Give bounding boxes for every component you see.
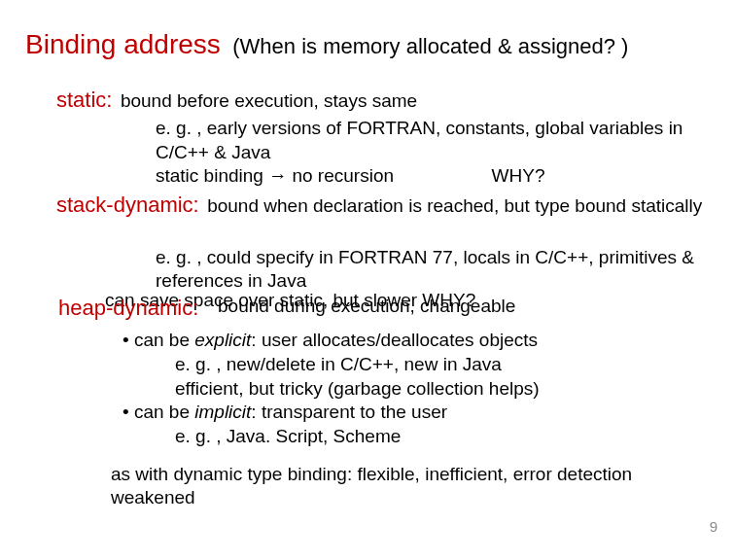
page-number: 9 (710, 518, 718, 535)
title-row: Binding address (When is memory allocate… (25, 29, 710, 60)
stackdyn-head: stack-dynamic: (56, 192, 199, 217)
stackdyn-desc: bound when declaration is reached, but t… (207, 195, 702, 216)
slide-body: Binding address (When is memory allocate… (0, 0, 735, 510)
stackdyn-example: e. g. , could specify in FORTRAN 77, loc… (107, 222, 710, 294)
bullet-explicit: • can be explicit: user allocates/deallo… (122, 329, 710, 353)
heapdyn-bullets: • can be explicit: user allocates/deallo… (122, 329, 710, 448)
bullet-implicit: • can be implicit: transparent to the us… (122, 401, 710, 425)
section-stack-dynamic: stack-dynamic: bound when declaration is… (56, 192, 710, 218)
static-line-recursion: static binding → no recursion WHY? (107, 164, 710, 189)
static-desc: bound before execution, stays same (121, 90, 417, 111)
bullet-explicit-eg: e. g. , new/delete in C/C++, new in Java (175, 353, 710, 377)
footer-note: as with dynamic type binding: flexible, … (111, 463, 710, 510)
slide-subtitle: (When is memory allocated & assigned? ) (232, 34, 628, 58)
slide-title: Binding address (25, 29, 221, 59)
section-static: static: bound before execution, stays sa… (56, 88, 710, 113)
static-line-example: e. g. , early versions of FORTRAN, const… (107, 117, 710, 164)
heapdyn-desc: bound during execution, changeable (218, 296, 515, 317)
bullet-implicit-eg: e. g. , Java. Script, Scheme (175, 425, 710, 449)
static-why: WHY? (492, 165, 545, 186)
heapdyn-head: heap-dynamic: (58, 296, 198, 321)
bullet-explicit-note: efficient, but tricky (garbage collectio… (175, 377, 710, 402)
static-head: static: (56, 88, 112, 112)
section-heap-dynamic: can save space over static, but slower W… (58, 294, 710, 319)
